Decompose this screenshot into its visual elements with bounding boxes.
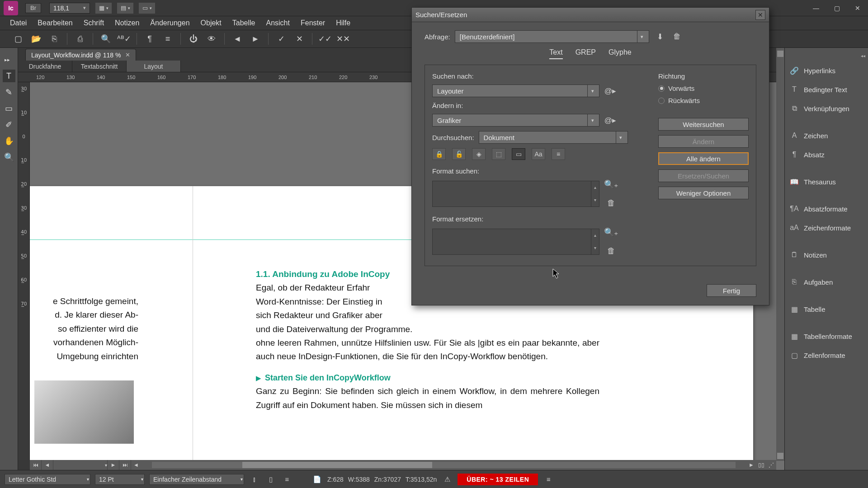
radio-forward[interactable]: Vorwärts bbox=[658, 84, 749, 92]
panel-thesaurus[interactable]: 📖Thesaurus bbox=[785, 172, 868, 191]
view-mode-icon-1[interactable]: ▦▾ bbox=[95, 3, 112, 14]
done-button[interactable]: Fertig bbox=[707, 284, 756, 297]
menu-objekt[interactable]: Objekt bbox=[195, 17, 227, 29]
hidden-layers-icon[interactable]: ◈ bbox=[472, 148, 486, 160]
align-block-icon[interactable]: ▯ bbox=[265, 474, 277, 485]
delete-query-icon[interactable]: 🗑 bbox=[671, 30, 684, 43]
menu-schrift[interactable]: Schrift bbox=[78, 17, 109, 29]
accept-icon[interactable]: ✓ bbox=[272, 32, 290, 46]
tab-druckfahne[interactable]: Druckfahne bbox=[18, 61, 72, 72]
format-replace-clear-icon[interactable]: 🗑 bbox=[607, 246, 615, 256]
tab-grep[interactable]: GREP bbox=[576, 48, 596, 59]
dialog-close-button[interactable]: ✕ bbox=[755, 10, 765, 20]
tab-textabschnitt[interactable]: Textabschnitt bbox=[72, 61, 127, 72]
hand-tool-icon[interactable]: ✋ bbox=[3, 135, 15, 147]
panel-cell-styles[interactable]: ▢Zellenformate bbox=[785, 346, 868, 365]
size-combo[interactable]: 12 Pt▾ bbox=[95, 474, 145, 485]
format-find-clear-icon[interactable]: 🗑 bbox=[607, 198, 615, 208]
zoom-tool-icon[interactable]: 🔍 bbox=[3, 151, 15, 164]
collapse-dock-icon[interactable]: ◂◂ bbox=[861, 53, 865, 58]
bridge-button[interactable]: Br bbox=[25, 3, 41, 13]
search-icon[interactable]: 🔍 bbox=[97, 32, 115, 46]
format-replace-box[interactable]: ▴▾ bbox=[432, 229, 599, 255]
panel-hyperlinks[interactable]: 🔗Hyperlinks bbox=[785, 61, 868, 80]
list-icon[interactable]: ≡ bbox=[159, 32, 177, 46]
open-icon[interactable]: 📂 bbox=[27, 32, 45, 46]
save-icon[interactable]: ⎘ bbox=[45, 32, 63, 46]
zoom-combo[interactable]: 118,1 ▾ bbox=[49, 3, 90, 14]
save-query-icon[interactable]: ⬇ bbox=[654, 30, 666, 43]
close-tab-icon[interactable]: ✕ bbox=[125, 52, 130, 58]
last-page-icon[interactable]: ⏭ bbox=[119, 460, 131, 470]
menu-datei[interactable]: Datei bbox=[5, 17, 32, 29]
format-find-box[interactable]: ▴▾ bbox=[432, 181, 599, 207]
replace-input[interactable]: Grafiker▾ bbox=[432, 114, 599, 127]
spellcheck-icon[interactable]: ᴬᴮ✓ bbox=[115, 32, 133, 46]
scroll-right-icon[interactable]: ► bbox=[746, 462, 756, 468]
menu-aenderungen[interactable]: Änderungen bbox=[145, 17, 195, 29]
change-button[interactable]: Ändern bbox=[658, 135, 749, 148]
chevron-right-icon[interactable]: ▸▸ bbox=[1, 53, 14, 66]
abfrage-combo[interactable]: [Benutzerdefiniert]▾ bbox=[455, 30, 649, 43]
panel-para-styles[interactable]: ¶AAbsatzformate bbox=[785, 199, 868, 218]
panel-notes[interactable]: 🗒Notizen bbox=[785, 245, 868, 264]
preview-icon[interactable]: 👁 bbox=[203, 32, 221, 46]
document-tab[interactable]: Layout_Workflow.indd @ 118 % ✕ bbox=[25, 49, 136, 61]
panel-table-styles[interactable]: ▦Tabellenformate bbox=[785, 327, 868, 346]
tab-layout[interactable]: Layout bbox=[127, 61, 181, 72]
change-find-button[interactable]: Ersetzen/Suchen bbox=[658, 169, 749, 182]
menu-tabelle[interactable]: Tabelle bbox=[227, 17, 261, 29]
maximize-button[interactable]: ▢ bbox=[826, 0, 847, 16]
locked-layers-icon[interactable]: 🔒 bbox=[432, 148, 446, 160]
accept-all-icon[interactable]: ✓✓ bbox=[316, 32, 334, 46]
find-next-button[interactable]: Weitersuchen bbox=[658, 118, 749, 131]
type-tool-icon[interactable]: T bbox=[3, 70, 15, 82]
special-char-replace-icon[interactable]: @▸ bbox=[604, 114, 617, 127]
menu-bearbeiten[interactable]: Bearbeiten bbox=[32, 17, 78, 29]
menu-icon[interactable]: ≡ bbox=[542, 474, 554, 485]
view-mode-icon-3[interactable]: ▭▾ bbox=[139, 3, 155, 14]
menu-ansicht[interactable]: Ansicht bbox=[260, 17, 295, 29]
fewer-options-button[interactable]: Weniger Optionen bbox=[658, 187, 749, 199]
next-icon[interactable]: ► bbox=[246, 32, 264, 46]
format-replace-edit-icon[interactable]: 🔍₊ bbox=[604, 227, 618, 237]
locked-stories-icon[interactable]: 🔓 bbox=[452, 148, 466, 160]
minimize-button[interactable]: — bbox=[806, 0, 826, 16]
radio-backward[interactable]: Rückwärts bbox=[658, 97, 749, 104]
tab-glyphe[interactable]: Glyphe bbox=[609, 48, 632, 59]
scrollbar-horizontal[interactable]: ⏮ ◄ ▾ ► ⏭ ◄ ► ▯▯ ⋰ bbox=[30, 460, 776, 470]
frame-tool-icon[interactable]: ▭ bbox=[3, 102, 15, 115]
panel-assignments[interactable]: ⎘Aufgaben bbox=[785, 272, 868, 291]
panel-table[interactable]: ▦Tabelle bbox=[785, 300, 868, 319]
leading-combo[interactable]: Einfacher Zeilenabstand▾ bbox=[149, 474, 244, 485]
view-mode-icon-2[interactable]: ▤▾ bbox=[117, 3, 133, 14]
find-input[interactable]: Layouter▾ bbox=[432, 84, 599, 97]
new-icon[interactable]: ▢ bbox=[9, 32, 27, 46]
justify-icon[interactable]: ≡ bbox=[281, 474, 293, 485]
scroll-left-icon[interactable]: ◄ bbox=[131, 462, 141, 468]
dialog-title-bar[interactable]: Suchen/Ersetzen ✕ bbox=[412, 8, 769, 22]
panel-char-styles[interactable]: aAZeichenformate bbox=[785, 218, 868, 237]
note-tool-icon[interactable]: ✎ bbox=[3, 86, 15, 99]
scope-combo[interactable]: Dokument▾ bbox=[479, 131, 628, 144]
panel-paragraph[interactable]: ¶Absatz bbox=[785, 145, 868, 164]
master-pages-icon[interactable]: ⬚ bbox=[492, 148, 505, 160]
align-left-icon[interactable]: ⫿ bbox=[249, 474, 260, 485]
panel-links[interactable]: ⧉Verknüpfungen bbox=[785, 99, 868, 118]
panel-conditional-text[interactable]: TBedingter Text bbox=[785, 80, 868, 99]
menu-fenster[interactable]: Fenster bbox=[295, 17, 330, 29]
tab-text[interactable]: Text bbox=[549, 48, 562, 59]
panel-character[interactable]: AZeichen bbox=[785, 126, 868, 145]
menu-hilfe[interactable]: Hilfe bbox=[330, 17, 356, 29]
format-find-edit-icon[interactable]: 🔍₊ bbox=[604, 179, 618, 189]
power-icon[interactable]: ⏻ bbox=[184, 32, 203, 46]
change-all-button[interactable]: Alle ändern bbox=[658, 152, 749, 165]
scrollbar-vertical[interactable] bbox=[776, 48, 784, 461]
next-page-icon[interactable]: ► bbox=[108, 460, 119, 470]
prev-page-icon[interactable]: ◄ bbox=[42, 460, 53, 470]
reject-icon[interactable]: ✕ bbox=[290, 32, 308, 46]
close-button[interactable]: ✕ bbox=[847, 0, 868, 16]
menu-notizen[interactable]: Notizen bbox=[109, 17, 145, 29]
page-dropdown[interactable]: ▾ bbox=[53, 460, 108, 470]
split-view-icon[interactable]: ▯▯ bbox=[756, 462, 766, 468]
